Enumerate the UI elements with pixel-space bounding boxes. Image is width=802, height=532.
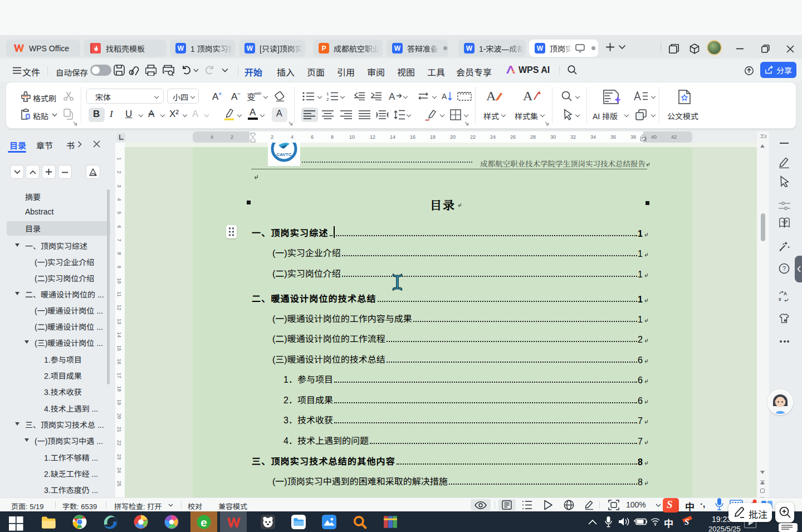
svg-text:CAVTC: CAVTC bbox=[277, 152, 292, 157]
svg-text:?: ? bbox=[783, 265, 786, 272]
svg-text:A: A bbox=[784, 291, 787, 296]
svg-text:A: A bbox=[442, 92, 447, 101]
svg-text:wén: wén bbox=[254, 91, 261, 96]
svg-text:e: e bbox=[200, 516, 207, 529]
svg-text:x: x bbox=[779, 297, 781, 302]
svg-text:2: 2 bbox=[326, 97, 329, 101]
svg-text:A: A bbox=[486, 88, 496, 104]
svg-text:1: 1 bbox=[326, 91, 329, 96]
svg-text:A: A bbox=[389, 91, 395, 102]
svg-text:A: A bbox=[523, 88, 533, 104]
svg-text:S: S bbox=[684, 518, 689, 526]
